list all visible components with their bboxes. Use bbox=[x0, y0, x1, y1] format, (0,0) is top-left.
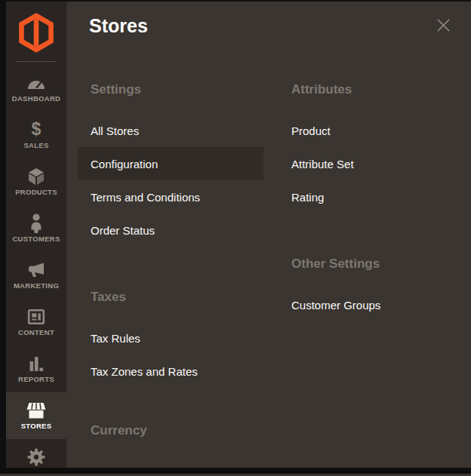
menu-item-configuration[interactable]: Configuration bbox=[78, 147, 263, 180]
marketing-megaphone-icon bbox=[27, 261, 45, 278]
sales-dollar-icon: $ bbox=[32, 121, 42, 138]
sidebar-divider bbox=[16, 61, 57, 62]
customers-person-icon bbox=[27, 214, 45, 232]
section-currency: Currency Currency Rates bbox=[78, 422, 263, 468]
sidebar-item-stores[interactable]: STORES bbox=[6, 392, 66, 439]
sidebar-item-system[interactable]: SYSTEM bbox=[6, 439, 66, 468]
menu-item-order-status[interactable]: Order Status bbox=[78, 213, 263, 247]
stores-flyout-panel: Stores Settings All Stores Configuration… bbox=[66, 2, 471, 468]
section-title: Settings bbox=[78, 81, 263, 97]
content-layout-icon bbox=[27, 308, 45, 325]
sidebar-item-label: REPORTS bbox=[18, 375, 54, 383]
section-title: Currency bbox=[78, 422, 263, 438]
page-title: Stores bbox=[89, 14, 148, 38]
magento-logo[interactable] bbox=[6, 2, 66, 59]
close-button[interactable] bbox=[433, 15, 453, 35]
section-title: Taxes bbox=[78, 289, 263, 305]
magento-logo-icon bbox=[19, 13, 54, 53]
menu-item-tax-zones-and-rates[interactable]: Tax Zones and Rates bbox=[78, 355, 263, 388]
section-settings: Settings All Stores Configuration Terms … bbox=[78, 81, 263, 247]
sidebar-item-customers[interactable]: CUSTOMERS bbox=[6, 205, 66, 252]
stores-shop-icon bbox=[26, 401, 46, 419]
menu-item-customer-groups[interactable]: Customer Groups bbox=[279, 288, 454, 321]
menu-item-attribute-set[interactable]: Attribute Set bbox=[279, 147, 454, 180]
section-attributes: Attributes Product Attribute Set Rating bbox=[279, 81, 454, 213]
sidebar-item-sales[interactable]: $ SALES bbox=[6, 112, 66, 158]
flyout-column-settings: Settings All Stores Configuration Terms … bbox=[78, 81, 263, 468]
flyout-column-attributes: Attributes Product Attribute Set Rating … bbox=[279, 81, 454, 321]
sidebar-item-label: STORES bbox=[21, 422, 52, 430]
close-icon bbox=[436, 17, 451, 33]
section-taxes: Taxes Tax Rules Tax Zones and Rates bbox=[78, 289, 263, 388]
reports-chart-icon bbox=[27, 355, 45, 372]
products-box-icon bbox=[27, 167, 45, 185]
sidebar-nav: DASHBOARD $ SALES PRODUCTS bbox=[6, 65, 66, 468]
sidebar-item-label: CONTENT bbox=[18, 328, 54, 336]
menu-item-all-stores[interactable]: All Stores bbox=[78, 114, 263, 147]
sidebar-item-dashboard[interactable]: DASHBOARD bbox=[6, 65, 66, 112]
sidebar-item-marketing[interactable]: MARKETING bbox=[6, 252, 66, 299]
sidebar-item-label: MARKETING bbox=[14, 281, 59, 290]
menu-item-tax-rules[interactable]: Tax Rules bbox=[78, 321, 263, 355]
sidebar-item-label: PRODUCTS bbox=[15, 188, 57, 196]
sidebar-item-label: SALES bbox=[23, 141, 48, 149]
sidebar-item-content[interactable]: CONTENT bbox=[6, 299, 66, 345]
section-other-settings: Other Settings Customer Groups bbox=[279, 256, 454, 321]
menu-item-currency-rates[interactable]: Currency Rates bbox=[78, 455, 263, 468]
menu-item-terms-and-conditions[interactable]: Terms and Conditions bbox=[78, 180, 263, 213]
section-title: Attributes bbox=[279, 81, 454, 97]
sidebar-item-reports[interactable]: REPORTS bbox=[6, 345, 66, 392]
sidebar-item-label: CUSTOMERS bbox=[12, 235, 60, 243]
admin-sidebar: DASHBOARD $ SALES PRODUCTS bbox=[6, 2, 66, 468]
section-title: Other Settings bbox=[279, 256, 454, 272]
sidebar-item-products[interactable]: PRODUCTS bbox=[6, 158, 66, 205]
sidebar-item-label: DASHBOARD bbox=[12, 94, 60, 103]
menu-item-rating[interactable]: Rating bbox=[279, 180, 454, 213]
system-gear-icon bbox=[27, 448, 45, 465]
dashboard-gauge-icon bbox=[27, 74, 45, 91]
menu-item-product[interactable]: Product bbox=[279, 114, 454, 147]
